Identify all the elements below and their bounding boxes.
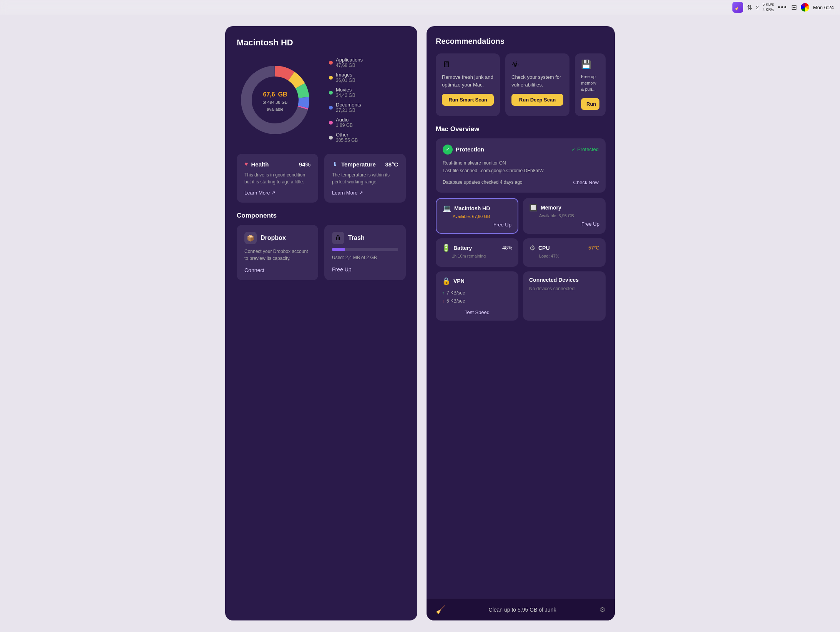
overview-grid-2: 🔋 Battery 48% 1h 10m remaining ⚙ CPU 57°… [436, 238, 606, 267]
trash-card: 🗑 Trash Used: 2,4 MB of 2 GB Free Up [324, 225, 406, 280]
legend-size: 1,89 GB [336, 123, 353, 128]
health-card: ♥ Health 94% This drive is in good condi… [237, 154, 318, 203]
menubar-transfer: 5 KB/s 4 KB/s [762, 2, 774, 13]
legend-size: 47,68 GB [336, 63, 363, 68]
protection-header: ✓ Protection ✓ Protected [443, 145, 599, 155]
connected-devices-title: Connected Devices [529, 277, 599, 283]
rec-smart-scan-card: 🖥 Remove fresh junk and optimize your Ma… [436, 53, 500, 116]
health-title: Health [251, 161, 269, 168]
check-now-button[interactable]: Check Now [573, 180, 599, 185]
cpu-title: CPU [538, 245, 550, 251]
settings-gear-icon[interactable]: ⚙ [599, 605, 606, 614]
legend-other: Other 305,55 GB [329, 132, 363, 143]
macintosh-hd-free-up[interactable]: Free Up [443, 222, 511, 228]
cpu-temp: 57°C [588, 245, 599, 251]
memory-title: Memory [541, 205, 561, 211]
disk-used-size: 67,6 GB [263, 87, 288, 99]
legend-applications: Applications 47,68 GB [329, 57, 363, 68]
legend-size: 305,55 GB [336, 138, 358, 143]
dropbox-connect-button[interactable]: Connect [244, 267, 310, 273]
dropbox-name: Dropbox [261, 235, 286, 241]
memory-chip-icon: 🔲 [529, 203, 538, 212]
images-dot [329, 76, 333, 80]
color-wheel-icon [801, 3, 809, 12]
menubar-dots-icon[interactable]: ••• [778, 3, 787, 12]
protection-title-row: ✓ Protection [443, 145, 484, 155]
legend-label: Images [336, 72, 355, 78]
rec3-desc: Free up memory & puri... [581, 73, 599, 93]
audio-dot [329, 121, 333, 125]
rec-memory-card: 💾 Free up memory & puri... Run [575, 53, 606, 116]
components-row: 📦 Dropbox Connect your Dropbox account t… [237, 225, 406, 280]
legend-label: Documents [336, 102, 361, 108]
memory-icon: 💾 [581, 60, 599, 70]
battery-card: 🔋 Battery 48% 1h 10m remaining [436, 238, 518, 267]
trash-header: 🗑 Trash [332, 232, 398, 244]
overview-grid-1: 💻 Macintosh HD Available: 67,60 GB Free … [436, 198, 606, 234]
health-header: ♥ Health 94% [244, 161, 310, 168]
virus-icon: ☣ [511, 60, 563, 70]
legend-label: Other [336, 132, 358, 138]
run-button[interactable]: Run [581, 98, 599, 110]
vpn-card: 🔒 VPN ↑ 7 KB/sec ↓ 5 KB/sec Test Spe [436, 271, 518, 321]
health-learn-more[interactable]: Learn More ↗ [244, 190, 310, 196]
legend-images: Images 36,01 GB [329, 72, 363, 83]
protection-title: Protection [456, 146, 484, 153]
macintosh-hd-title: Macintosh HD [454, 205, 490, 211]
legend-label: Audio [336, 117, 353, 123]
disk-center-info: 67,6 GB of 494,38 GB available [263, 87, 288, 113]
disk-total: of 494,38 GB available [263, 99, 288, 113]
trash-icon: 🗑 [332, 232, 344, 244]
mac-overview-title: Mac Overview [436, 125, 606, 133]
trash-bar-fill [332, 248, 345, 251]
trash-free-up-button[interactable]: Free Up [332, 266, 398, 273]
protected-badge: ✓ Protected [571, 146, 599, 152]
main-content: Macintosh HD [0, 15, 840, 632]
macintosh-hd-available: Available: 67,60 GB [443, 214, 511, 219]
cpu-header: ⚙ CPU 57°C [529, 244, 599, 252]
legend-size: 36,01 GB [336, 78, 355, 83]
vpn-upload-speed: 7 KB/sec [447, 289, 465, 298]
run-smart-scan-button[interactable]: Run Smart Scan [442, 94, 494, 106]
upload-arrow-icon: ↑ [442, 289, 444, 298]
battery-remaining: 1h 10m remaining [442, 254, 512, 258]
protection-footer: Database updates checked 4 days ago Chec… [443, 178, 599, 186]
right-inner: Recommendations 🖥 Remove fresh junk and … [427, 26, 615, 599]
temperature-title: Temperature [341, 161, 376, 168]
movies-dot [329, 91, 333, 95]
trash-bar-bg [332, 248, 398, 251]
recommendations-title: Recommendations [436, 37, 606, 46]
battery-title: Battery [453, 245, 472, 251]
components-title: Components [237, 212, 406, 220]
menubar-number: 2 [756, 5, 759, 10]
legend-size: 34,42 GB [336, 93, 355, 98]
memory-free-up[interactable]: Free Up [529, 221, 599, 227]
cpu-icon: ⚙ [529, 244, 535, 252]
rec1-desc: Remove fresh junk and optimize your Mac. [442, 73, 494, 88]
macintosh-hd-header: 💻 Macintosh HD [443, 204, 511, 213]
thermometer-icon: 🌡 [332, 161, 338, 168]
dropbox-icon: 📦 [244, 232, 257, 244]
temperature-value: 38°C [385, 161, 398, 168]
battery-header: 🔋 Battery 48% [442, 244, 512, 252]
applications-dot [329, 61, 333, 65]
protection-card: ✓ Protection ✓ Protected Real-time malwa… [436, 138, 606, 193]
menubar: 🧹 ⇅ 2 5 KB/s 4 KB/s ••• ⊟ Mon 6:24 [0, 0, 840, 15]
memory-card: 🔲 Memory Available: 3,95 GB Free Up [523, 198, 606, 234]
menubar-icons: 🧹 ⇅ 2 5 KB/s 4 KB/s ••• ⊟ Mon 6:24 [732, 2, 834, 13]
test-speed-button[interactable]: Test Speed [442, 309, 512, 315]
macintosh-hd-card: 💻 Macintosh HD Available: 67,60 GB Free … [436, 198, 518, 234]
vpn-download-speed: 5 KB/sec [447, 297, 465, 306]
memory-header: 🔲 Memory [529, 203, 599, 212]
footer-text: Clean up to 5,95 GB of Junk [489, 607, 556, 613]
menubar-arrows-icon: ⇅ [747, 4, 752, 11]
run-deep-scan-button[interactable]: Run Deep Scan [511, 94, 563, 106]
app-icon[interactable]: 🧹 [732, 2, 743, 13]
health-value: 94% [299, 161, 310, 168]
checkmark-icon: ✓ [571, 146, 576, 152]
temperature-learn-more[interactable]: Learn More ↗ [332, 190, 398, 196]
protection-info: Real-time malware monitor ON Last file s… [443, 159, 599, 175]
protected-text: Protected [577, 146, 599, 152]
recommendations-row: 🖥 Remove fresh junk and optimize your Ma… [436, 53, 606, 116]
other-dot [329, 136, 333, 140]
